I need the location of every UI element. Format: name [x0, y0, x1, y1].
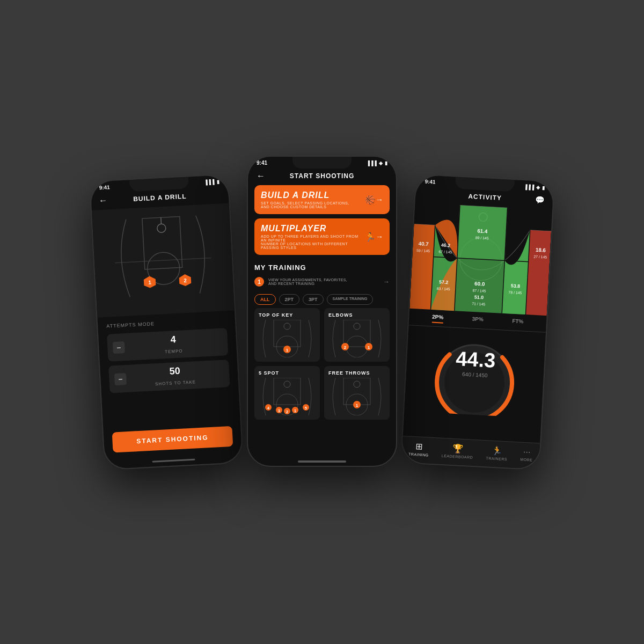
- svg-text:2: 2: [184, 277, 187, 283]
- top-of-key-title: TOP OF KEY: [259, 312, 316, 318]
- drill-card-elbows[interactable]: ELBOWS 2: [324, 308, 390, 362]
- left-screen: 9:41 ▐▐▐ ▮ ← BUILD A DRILL: [90, 175, 243, 470]
- training-sub: VIEW YOUR ASSIGNMENTS, FAVORITES,AND REC…: [268, 278, 379, 286]
- training-icon: ⊞: [415, 441, 423, 452]
- svg-text:1: 1: [368, 345, 370, 350]
- nav-trainers[interactable]: 🏃 TRAINERS: [486, 445, 508, 461]
- signal-icon: ▐▐▐: [204, 179, 215, 185]
- run-icon: 🏃: [365, 232, 376, 242]
- center-home-indicator: [298, 460, 346, 463]
- bottom-nav: ⊞ TRAINING 🏆 LEADERBOARD 🏃 TRAINERS ··· …: [401, 436, 540, 469]
- svg-text:2: 2: [344, 345, 347, 350]
- left-time: 9:41: [99, 184, 110, 191]
- phones-container: 9:41 ▐▐▐ ▮ ← BUILD A DRILL: [80, 80, 564, 564]
- svg-text:1: 1: [148, 279, 152, 285]
- right-time: 9:41: [425, 178, 436, 185]
- svg-rect-38: [330, 378, 384, 415]
- attempts-mode-label: ATTEMPTS MODE: [106, 317, 226, 329]
- tab-ft[interactable]: FT%: [512, 318, 524, 327]
- phone-left: 9:41 ▐▐▐ ▮ ← BUILD A DRILL: [89, 174, 244, 471]
- shots-label: SHOTS TO TAKE: [155, 379, 196, 386]
- multiplayer-sub: ADD UP TO THREE PLAYERS AND SHOOT FROM A…: [261, 235, 365, 250]
- training-item: 1 VIEW YOUR ASSIGNMENTS, FAVORITES,AND R…: [254, 275, 390, 289]
- svg-text:5: 5: [305, 406, 307, 410]
- right-spacer: [424, 194, 435, 194]
- tab-3p[interactable]: 3P%: [472, 316, 484, 325]
- multiplayer-content: MULTIPLAYER ADD UP TO THREE PLAYERS AND …: [261, 224, 365, 250]
- left-home-indicator: [152, 459, 195, 463]
- left-status-icons: ▐▐▐ ▮: [204, 179, 219, 185]
- svg-text:53.8: 53.8: [511, 283, 521, 289]
- training-arrow: →: [383, 278, 390, 286]
- training-num: 1: [254, 277, 264, 287]
- filter-2pt[interactable]: 2PT: [279, 294, 300, 305]
- filter-sample[interactable]: SAMPLE TRAINING: [327, 294, 374, 305]
- svg-text:61.4: 61.4: [477, 228, 488, 235]
- filter-3pt[interactable]: 3PT: [303, 294, 324, 305]
- my-training-section: MY TRAINING 1 VIEW YOUR ASSIGNMENTS, FAV…: [248, 259, 396, 291]
- filter-all[interactable]: ALL: [254, 294, 276, 305]
- center-page-title: START SHOOTING: [290, 172, 354, 180]
- build-drill-title: BUILD A DRILL: [261, 191, 365, 200]
- svg-text:51.0: 51.0: [474, 294, 484, 300]
- center-status-icons: ▐▐▐ ◈ ▮: [367, 160, 387, 166]
- svg-text:3: 3: [278, 409, 280, 413]
- tempo-minus-button[interactable]: −: [113, 341, 125, 354]
- right-status-icons: ▐▐▐ ◈ ▮: [524, 184, 545, 191]
- back-button[interactable]: ←: [99, 195, 108, 206]
- right-signal-icon: ▐▐▐: [524, 184, 535, 190]
- svg-text:83 / 145: 83 / 145: [437, 287, 450, 291]
- right-page-title: ACTIVITY: [468, 193, 502, 202]
- svg-line-5: [161, 217, 162, 224]
- svg-text:67 / 145: 67 / 145: [438, 250, 452, 254]
- svg-text:59 / 145: 59 / 145: [416, 248, 430, 253]
- filter-tabs: ALL 2PT 3PT SAMPLE TRAINING: [248, 291, 396, 308]
- trainers-label: TRAINERS: [486, 456, 507, 461]
- shots-minus-button[interactable]: −: [114, 373, 127, 385]
- tempo-label: TEMPO: [165, 348, 183, 354]
- elbows-title: ELBOWS: [328, 312, 385, 318]
- message-icon[interactable]: 💬: [535, 195, 545, 204]
- right-wifi-icon: ◈: [536, 185, 540, 190]
- shots-number: 50: [126, 363, 224, 379]
- shots-value-container: 50 SHOTS TO TAKE: [126, 363, 224, 389]
- gauge-section: 44.3 640 / 1450: [404, 325, 546, 418]
- center-wifi-icon: ◈: [379, 160, 383, 166]
- svg-text:27 / 145: 27 / 145: [533, 254, 547, 259]
- nav-leaderboard[interactable]: 🏆 LEADERBOARD: [442, 443, 474, 459]
- build-drill-card[interactable]: BUILD A DRILL SET GOALS, SELECT PASSING …: [254, 185, 390, 214]
- svg-text:2: 2: [286, 410, 288, 414]
- leaderboard-icon: 🏆: [452, 443, 463, 454]
- nav-more[interactable]: ··· MORE: [520, 447, 533, 463]
- build-drill-arrow: →: [376, 195, 383, 204]
- svg-text:87 / 145: 87 / 145: [472, 288, 486, 292]
- elbows-court: 2 1: [328, 320, 385, 357]
- tab-2p[interactable]: 2P%: [432, 314, 444, 324]
- 5-spot-court: 4 3 2 1 5: [259, 378, 316, 415]
- svg-text:71 / 145: 71 / 145: [472, 302, 485, 306]
- nav-training[interactable]: ⊞ TRAINING: [408, 441, 429, 457]
- center-back-button[interactable]: ←: [257, 171, 265, 181]
- free-throws-court: 1: [328, 378, 385, 415]
- phone-right: 9:41 ▐▐▐ ◈ ▮ ACTIVITY 💬: [400, 174, 555, 471]
- left-court-svg: 1 2: [107, 209, 219, 311]
- left-page-title: BUILD A DRILL: [133, 193, 187, 203]
- right-screen: 9:41 ▐▐▐ ◈ ▮ ACTIVITY 💬: [401, 175, 554, 470]
- right-battery-icon: ▮: [542, 185, 545, 190]
- svg-text:18.6: 18.6: [536, 247, 546, 253]
- tempo-row: − 4 TEMPO: [107, 328, 228, 362]
- 5-spot-title: 5 SPOT: [259, 370, 316, 376]
- start-shooting-button[interactable]: START SHOOTING: [112, 426, 233, 453]
- multiplayer-card[interactable]: MULTIPLAYER ADD UP TO THREE PLAYERS AND …: [254, 218, 390, 255]
- attempts-section: ATTEMPTS MODE − 4 TEMPO − 50 SHOTS TO TA…: [97, 310, 239, 404]
- svg-text:1: 1: [356, 403, 358, 408]
- battery-icon: ▮: [216, 179, 219, 184]
- drill-card-top-of-key[interactable]: TOP OF KEY 1: [254, 308, 320, 362]
- svg-text:40.7: 40.7: [418, 240, 429, 247]
- phone-center: 9:41 ▐▐▐ ◈ ▮ ← START SHOOTING BUILD A DR…: [247, 156, 397, 467]
- gauge-value-container: 44.3 640 / 1450: [455, 348, 496, 379]
- svg-text:57.2: 57.2: [439, 279, 449, 285]
- drill-card-free-throws[interactable]: FREE THROWS 1: [324, 366, 390, 420]
- center-battery-icon: ▮: [385, 160, 387, 166]
- drill-card-5-spot[interactable]: 5 SPOT 4 3: [254, 366, 320, 420]
